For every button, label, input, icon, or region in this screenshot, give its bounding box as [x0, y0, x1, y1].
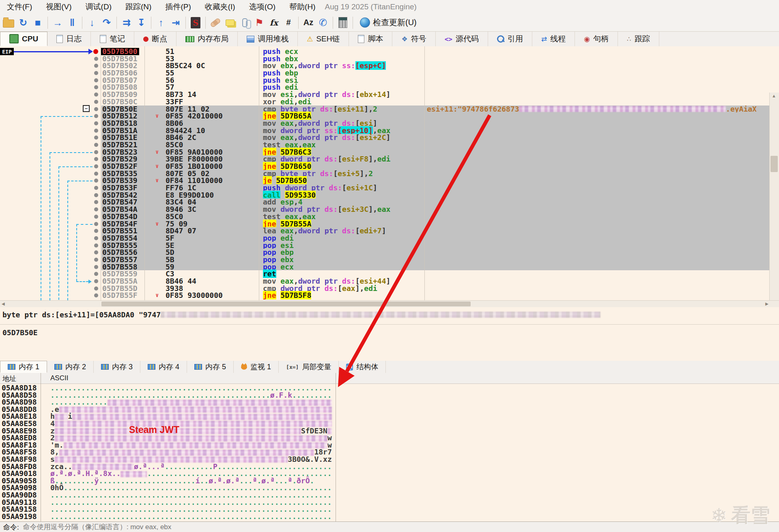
run-button[interactable]: → — [52, 15, 64, 30]
tab-cpu[interactable]: CPU — [0, 32, 47, 46]
menu-item-p[interactable]: 插件(P) — [158, 0, 198, 14]
pause-button[interactable]: ‖ — [66, 15, 78, 30]
execute-till-return-button[interactable]: ↧ — [135, 15, 147, 30]
breakpoint-dot[interactable] — [94, 250, 98, 254]
breakpoint-dot[interactable] — [94, 207, 98, 211]
memory-row[interactable]: 05AA8E98zSfDE3N — [0, 427, 779, 435]
tab-references[interactable]: 引用 — [488, 32, 532, 46]
scroll-up-icon[interactable]: ▲ — [772, 93, 776, 98]
restart-button[interactable]: ↻ — [17, 15, 29, 30]
scroll-left-icon[interactable]: ◀ — [2, 302, 5, 306]
breakpoint-dot[interactable] — [94, 129, 98, 133]
patches-button[interactable] — [209, 15, 222, 30]
menu-item-f[interactable]: 文件(F) — [0, 0, 39, 14]
memory-tab-内存-1[interactable]: 内存 1 — [0, 361, 47, 373]
breakpoint-dot[interactable] — [94, 136, 98, 140]
step-over-button[interactable]: ↷ — [101, 15, 113, 30]
disasm-row[interactable]: 05D7B5575Bpop ebx — [0, 256, 769, 263]
memory-row[interactable]: 05AA8F588,18r7 — [0, 448, 779, 456]
tab-call-stack[interactable]: 调用堆栈 — [238, 32, 298, 46]
memory-tab-局部变量[interactable]: [x=]局部变量 — [279, 361, 339, 373]
breakpoint-dot[interactable] — [94, 107, 98, 111]
breakpoint-dot[interactable] — [94, 279, 98, 283]
stop-button[interactable]: ■ — [32, 15, 44, 30]
breakpoint-dot[interactable] — [94, 100, 98, 104]
breakpoint-dot[interactable] — [94, 64, 98, 68]
breakpoint-dot[interactable] — [94, 71, 98, 75]
bookmarks-button[interactable]: ⚑ — [253, 15, 265, 30]
breakpoint-dot[interactable] — [94, 200, 98, 204]
breakpoint-dot[interactable] — [94, 121, 98, 125]
breakpoint-dot[interactable] — [94, 164, 98, 168]
collapse-function-icon[interactable]: − — [83, 105, 90, 112]
breakpoint-dot[interactable] — [94, 179, 98, 183]
disasm-row[interactable]: 05D7B52185C0test eax,eax — [0, 141, 769, 149]
step-into-button[interactable]: ↓ — [86, 15, 98, 30]
memory-row[interactable]: 05AA8ED82w — [0, 434, 779, 442]
breakpoint-dot[interactable] — [94, 172, 98, 176]
menu-item-v[interactable]: 视图(V) — [39, 0, 78, 14]
breakpoint-dot[interactable] — [94, 78, 98, 82]
hash-analysis-button[interactable]: # — [282, 15, 295, 30]
memory-tab-内存-3[interactable]: 内存 3 — [94, 361, 140, 373]
menu-item-n[interactable]: 跟踪(N) — [118, 0, 158, 14]
breakpoint-dot[interactable] — [94, 286, 98, 291]
scrollbar-thumb[interactable] — [770, 156, 778, 172]
memory-row[interactable]: 05AA8D98............. — [0, 398, 779, 406]
tab-threads[interactable]: ⇄线程 — [532, 32, 575, 46]
breakpoint-dot[interactable] — [94, 258, 98, 262]
breakpoint-dot[interactable] — [94, 222, 98, 226]
tab-trace[interactable]: ∴跟踪 — [618, 32, 659, 46]
breakpoint-dot[interactable] — [94, 157, 98, 161]
breakpoint-dot[interactable] — [94, 93, 98, 97]
tab-memory-map[interactable]: 内存布局 — [176, 32, 238, 46]
comments-button[interactable] — [224, 15, 236, 30]
memory-tab-内存-5[interactable]: 内存 5 — [187, 361, 234, 373]
step-out-button[interactable]: ↑ — [155, 15, 167, 30]
tab-handles[interactable]: ◉句柄 — [575, 32, 618, 46]
menu-item-o[interactable]: 选项(O) — [242, 0, 282, 14]
breakpoint-dot[interactable] — [94, 143, 98, 147]
animate-over-button[interactable]: ⇉ — [121, 15, 133, 30]
breakpoint-dot-active[interactable] — [93, 49, 98, 54]
breakpoint-dot[interactable] — [94, 150, 98, 154]
breakpoint-dot[interactable] — [94, 243, 98, 248]
tab-notes[interactable]: 笔记 — [91, 32, 134, 46]
run-to-user-code-button[interactable]: ⇥ — [170, 15, 182, 30]
breakpoint-dot[interactable] — [94, 265, 98, 269]
function-analysis-button[interactable]: fx — [268, 15, 280, 30]
calculator-button[interactable] — [337, 15, 349, 30]
breakpoint-dot[interactable] — [94, 186, 98, 190]
disasm-row[interactable]: 05D7B54D85C0test eax,eax — [0, 213, 769, 220]
disasm-row[interactable]: 05D7B50C33FFxor edi,edi — [0, 98, 769, 106]
tab-script[interactable]: 脚本 — [349, 32, 392, 46]
memory-row[interactable]: 05AA8D58................................… — [0, 392, 779, 399]
attach-button[interactable]: ✆ — [317, 15, 329, 30]
tab-log[interactable]: 日志 — [47, 32, 91, 46]
disassembly-pane[interactable]: EIP − 05D7B50051push ecx05D7B50153push e… — [0, 46, 779, 300]
string-references-button[interactable]: Az — [302, 15, 314, 30]
menu-item-i[interactable]: 收藏夹(I) — [198, 0, 242, 14]
menu-item-d[interactable]: 调试(D) — [79, 0, 118, 14]
tab-symbols[interactable]: ❖符号 — [392, 32, 435, 46]
disasm-row[interactable]: 05D7B5545Fpop edi — [0, 235, 769, 242]
vertical-scrollbar[interactable]: ▲ ▼ — [769, 93, 779, 300]
scroll-right-icon[interactable]: ▶ — [765, 302, 768, 306]
memory-tab-监视-1[interactable]: 监视 1 — [234, 361, 279, 373]
memory-row[interactable]: 05AA8F18'm.w — [0, 442, 779, 449]
breakpoint-dot[interactable] — [94, 229, 98, 233]
memory-row[interactable]: 05AA8E18hi — [0, 413, 779, 420]
tab-seh-chain[interactable]: ⚠SEH链 — [298, 32, 349, 46]
breakpoint-dot[interactable] — [94, 114, 98, 118]
check-update-button[interactable]: 检查更新(U) — [357, 15, 420, 30]
memory-tab-内存-2[interactable]: 内存 2 — [47, 361, 94, 373]
labels-button[interactable] — [239, 15, 251, 30]
breakpoint-dot[interactable] — [94, 57, 98, 61]
tab-source[interactable]: <>源代码 — [436, 32, 488, 46]
memory-row[interactable]: 05AA9198................................… — [0, 513, 779, 520]
breakpoint-dot[interactable] — [94, 215, 98, 219]
breakpoint-dot[interactable] — [94, 272, 98, 276]
menu-item-h[interactable]: 帮助(H) — [282, 0, 322, 14]
disasm-row[interactable]: 05D7B55F∨0F85 93000000jne 5D7B5F8 — [0, 292, 769, 299]
memory-row[interactable]: 05AA8F98s3B0O&.V.xz — [0, 456, 779, 463]
